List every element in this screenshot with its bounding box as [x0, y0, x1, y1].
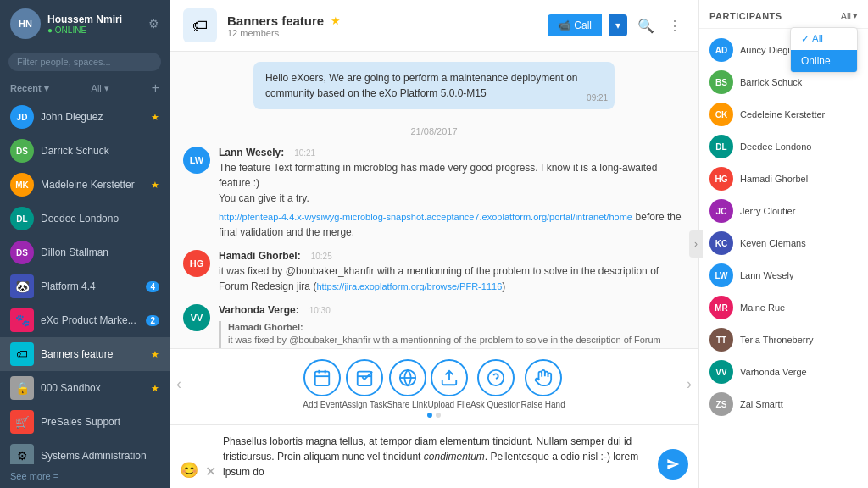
message-input[interactable]: Phasellus lobortis magna tellus, at temp… — [223, 434, 651, 480]
recent-label: Recent ▾ — [10, 83, 49, 94]
filter-popup: ✓ All Online — [790, 27, 858, 73]
filter-online-option[interactable]: Online — [791, 50, 857, 72]
message-link[interactable]: http://pfenteap-4.4.x-wysiwyg-microblog-… — [219, 212, 632, 222]
quoted-message: Hamadi Ghorbel: it was fixed by @boubake… — [219, 321, 685, 348]
participant-name: Cedeleine Kerstetter — [740, 109, 825, 119]
sidebar-item-000-sandbox[interactable]: 🔒 000 Sandbox ★ — [0, 371, 170, 405]
avatar: HG — [709, 167, 733, 191]
channel-name: Banners feature — [227, 14, 324, 28]
message-time: 10:25 — [311, 252, 332, 261]
toolbar-item-label: Ask Question — [470, 400, 520, 409]
sidebar-item-exo-product[interactable]: 🐾 eXo Product Marke... 2 — [0, 303, 170, 337]
participant-name: Hamadi Ghorbel — [740, 174, 808, 184]
dot-active — [427, 413, 432, 418]
message-content: Varhonda Verge: 10:30 Hamadi Ghorbel: it… — [219, 304, 685, 348]
toolbar-prev-button[interactable]: ‹ — [173, 375, 185, 393]
search-button[interactable]: 🔍 — [634, 14, 658, 37]
message-content: Hamadi Ghorbel: 10:25 it was fixed by @b… — [219, 250, 685, 294]
message-time: 10:30 — [309, 306, 331, 315]
clear-input-button[interactable]: ✕ — [205, 463, 216, 480]
raise-hand-button[interactable]: Raise Hand — [520, 359, 565, 409]
filter-all-option[interactable]: ✓ All — [791, 28, 857, 50]
message-row: LW Lann Wesely: 10:21 The feature Text f… — [183, 147, 685, 240]
chat-header-info: Banners feature ★ 12 members — [227, 14, 537, 38]
participant-name: Varhonda Verge — [740, 367, 807, 377]
chat-header: 🏷 Banners feature ★ 12 members 📹 Call ▾ … — [170, 0, 698, 52]
calendar-icon — [303, 359, 341, 396]
avatar: DS — [10, 241, 34, 264]
sidebar-header: HN Houssem Nmiri ● ONLINE ⚙ — [0, 0, 170, 47]
toolbar-item-label: Add Event — [303, 400, 342, 409]
toolbar-item-label: Raise Hand — [520, 400, 565, 409]
sidebar-item-dillon[interactable]: DS Dillon Stallman — [0, 236, 170, 269]
upload-file-button[interactable]: Upload File — [427, 359, 470, 409]
participant-item: JC Jerry Cloutier — [699, 195, 868, 227]
message-sender: Lann Wesely: — [219, 147, 284, 158]
sidebar-item-platform44[interactable]: 🐼 Platform 4.4 4 — [0, 269, 170, 303]
send-button[interactable] — [658, 449, 688, 480]
header-actions: 📹 Call ▾ 🔍 ⋮ — [548, 14, 685, 37]
participant-name: Jerry Cloutier — [740, 206, 795, 216]
task-icon — [346, 359, 383, 396]
channel-icon: 🐾 — [10, 308, 34, 332]
panel-collapse-button[interactable]: › — [689, 230, 703, 258]
question-icon — [477, 359, 515, 396]
svg-rect-0 — [315, 372, 330, 386]
participant-item: CK Cedeleine Kerstetter — [699, 98, 868, 130]
avatar: TT — [709, 328, 733, 352]
sidebar-item-john-dieguez[interactable]: JD John Dieguez ★ — [0, 100, 170, 134]
channel-icon: 🏷 — [183, 8, 217, 42]
channel-star-icon[interactable]: ★ — [331, 14, 341, 27]
toolbar-pagination — [170, 413, 698, 421]
toolbar-item-label: Share Link — [387, 400, 428, 409]
search-container — [0, 47, 170, 76]
participant-name: Keven Clemans — [740, 238, 806, 248]
assign-task-button[interactable]: Assign Task — [342, 359, 387, 409]
sidebar-item-banners-feature[interactable]: 🏷 Banners feature ★ — [0, 337, 170, 371]
call-button[interactable]: 📹 Call — [548, 14, 602, 36]
participants-title: PARTICIPANTS — [709, 11, 782, 21]
user-avatar: HN — [10, 8, 41, 39]
call-dropdown-button[interactable]: ▾ — [609, 14, 627, 36]
participants-filter-dropdown[interactable]: All ▾ ✓ All Online — [841, 10, 858, 21]
chat-toolbar: ‹ Add Event Assign Task — [170, 348, 698, 424]
search-input[interactable] — [8, 53, 161, 71]
share-link-button[interactable]: Share Link — [387, 359, 428, 409]
ask-question-button[interactable]: Ask Question — [470, 359, 520, 409]
toolbar-next-button[interactable]: › — [683, 375, 695, 393]
chat-input-area: 😊 ✕ Phasellus lobortis magna tellus, at … — [170, 424, 698, 488]
emoji-button[interactable]: 😊 — [180, 461, 198, 480]
system-message: Hello eXoers, We are going to perform a … — [253, 62, 615, 109]
participant-item: LW Lann Wesely — [699, 259, 868, 291]
channel-icon: 🔒 — [10, 376, 34, 400]
avatar: JD — [10, 105, 34, 129]
sidebar-items-list: JD John Dieguez ★ DS Darrick Schuck MK M… — [0, 100, 170, 464]
avatar: JC — [709, 199, 733, 223]
link-icon — [389, 359, 426, 396]
member-count: 12 members — [227, 28, 537, 38]
dot-inactive — [436, 413, 441, 418]
toolbar-nav: ‹ Add Event Assign Task — [170, 356, 698, 413]
sidebar-item-presales[interactable]: 🛒 PreSales Support — [0, 405, 170, 439]
more-options-button[interactable]: ⋮ — [665, 14, 685, 37]
star-icon: ★ — [151, 383, 159, 394]
avatar: BS — [709, 70, 733, 94]
participant-item: ZS Zai Smartt — [699, 388, 868, 420]
settings-icon[interactable]: ⚙ — [148, 17, 159, 30]
unread-badge: 2 — [146, 315, 159, 326]
participant-item: VV Varhonda Verge — [699, 356, 868, 388]
sidebar-item-deedee[interactable]: DL Deedee Londono — [0, 202, 170, 236]
sidebar-item-darrick-schuck[interactable]: DS Darrick Schuck — [0, 134, 170, 168]
section-header: Recent ▾ All ▾ + — [0, 76, 170, 100]
message-link[interactable]: https://jira.exoplatform.org/browse/PFR-… — [316, 281, 502, 291]
participant-name: Zai Smartt — [740, 399, 783, 409]
see-more-button[interactable]: See more = — [0, 464, 170, 488]
all-label[interactable]: All ▾ — [92, 83, 109, 94]
sidebar-item-systems-admin[interactable]: ⚙ Systems Administration — [0, 439, 170, 464]
message-row: HG Hamadi Ghorbel: 10:25 it was fixed by… — [183, 250, 685, 294]
add-event-button[interactable]: Add Event — [303, 359, 342, 409]
sidebar-item-madeleine[interactable]: MK Madeleine Kerstetter ★ — [0, 168, 170, 202]
add-conversation-button[interactable]: + — [152, 81, 159, 95]
messages-area: Hello eXoers, We are going to perform a … — [170, 52, 698, 348]
message-sender: Varhonda Verge: — [219, 304, 299, 316]
